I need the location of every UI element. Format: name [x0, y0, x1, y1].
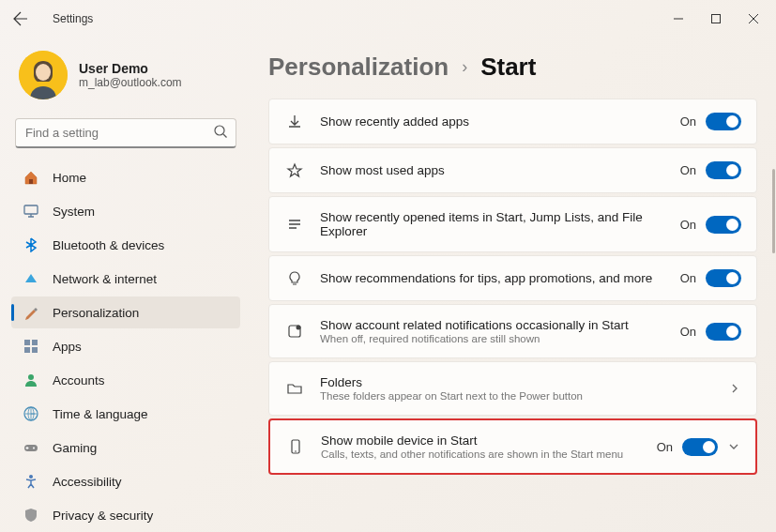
breadcrumb: Personalization › Start — [268, 53, 757, 82]
toggle-switch[interactable] — [706, 113, 741, 130]
mobile-icon — [285, 438, 306, 455]
setting-subtitle: Calls, texts, and other notifications ar… — [321, 448, 642, 460]
close-icon — [749, 14, 758, 23]
setting-subtitle: When off, required notifications are sti… — [320, 333, 665, 344]
setting-recent-items[interactable]: Show recently opened items in Start, Jum… — [268, 196, 757, 252]
folder-icon — [284, 380, 305, 397]
svg-rect-4 — [29, 179, 33, 184]
setting-title: Show most used apps — [320, 163, 665, 177]
svg-rect-7 — [32, 340, 38, 345]
app-title: Settings — [53, 12, 93, 25]
list-icon — [284, 216, 305, 233]
user-name: User Demo — [79, 61, 182, 76]
nav-item-privacy[interactable]: Privacy & security — [11, 499, 240, 531]
nav-item-personalization[interactable]: Personalization — [11, 296, 240, 328]
notification-icon — [284, 323, 305, 340]
nav-label: Privacy & security — [53, 509, 153, 523]
system-icon — [23, 203, 39, 220]
chevron-right-icon: › — [462, 57, 467, 77]
svg-rect-9 — [32, 347, 38, 353]
nav-label: Apps — [53, 340, 82, 354]
user-profile[interactable]: User Demo m_lab@outlook.com — [11, 45, 240, 113]
svg-point-2 — [36, 64, 51, 81]
svg-rect-5 — [24, 205, 38, 214]
toggle-switch[interactable] — [706, 269, 741, 287]
nav-label: Gaming — [53, 441, 97, 455]
nav-label: Network & internet — [53, 272, 157, 286]
titlebar: Settings — [0, 0, 776, 38]
toggle-state: On — [680, 163, 696, 177]
star-icon — [284, 162, 305, 179]
svg-point-10 — [28, 374, 34, 380]
toggle-switch[interactable] — [706, 323, 741, 341]
nav-item-bluetooth[interactable]: Bluetooth & devices — [11, 229, 240, 261]
breadcrumb-parent[interactable]: Personalization — [268, 53, 449, 82]
setting-recommendations[interactable]: Show recommendations for tips, app promo… — [268, 255, 757, 301]
time-icon — [23, 405, 39, 422]
toggle-switch[interactable] — [682, 438, 718, 456]
nav-label: Home — [53, 171, 86, 185]
setting-mobile-device[interactable]: Show mobile device in Start Calls, texts… — [268, 418, 757, 475]
content-area: Personalization › Start Show recently ad… — [251, 38, 776, 532]
svg-point-15 — [29, 475, 33, 479]
setting-title: Show recently opened items in Start, Jum… — [320, 210, 665, 238]
setting-account-notif[interactable]: Show account related notifications occas… — [268, 304, 757, 358]
nav-label: Accounts — [53, 373, 105, 388]
nav-item-gaming[interactable]: Gaming — [11, 432, 240, 464]
nav-item-accessibility[interactable]: Accessibility — [11, 465, 240, 497]
close-button[interactable] — [735, 4, 772, 34]
breadcrumb-current: Start — [480, 53, 536, 82]
minimize-icon — [674, 14, 683, 23]
toggle-switch[interactable] — [706, 161, 741, 179]
setting-title: Show recently added apps — [320, 114, 665, 129]
back-button[interactable] — [4, 2, 38, 36]
chevron-right-icon — [728, 383, 741, 394]
setting-recent-apps[interactable]: Show recently added apps On — [268, 99, 757, 144]
svg-rect-8 — [24, 347, 30, 353]
toggle-state: On — [680, 325, 696, 339]
gaming-icon — [23, 439, 39, 456]
svg-rect-6 — [24, 340, 30, 345]
nav-label: Personalization — [53, 306, 139, 320]
toggle-state: On — [657, 440, 673, 454]
nav-item-apps[interactable]: Apps — [11, 330, 240, 362]
setting-title: Show recommendations for tips, app promo… — [320, 271, 665, 285]
nav-label: Time & language — [53, 407, 148, 421]
nav-item-network[interactable]: Network & internet — [11, 263, 240, 295]
setting-title: Show account related notifications occas… — [320, 318, 665, 332]
maximize-icon — [711, 14, 721, 23]
apps-icon — [23, 338, 39, 355]
setting-folders[interactable]: Folders These folders appear on Start ne… — [268, 361, 757, 416]
svg-point-3 — [215, 126, 224, 135]
download-icon — [284, 114, 305, 130]
nav-item-time-language[interactable]: Time & language — [11, 398, 240, 430]
toggle-switch[interactable] — [706, 216, 741, 234]
personalization-icon — [23, 304, 39, 321]
lightbulb-icon — [284, 270, 305, 287]
setting-most-used[interactable]: Show most used apps On — [268, 147, 757, 193]
search-input[interactable] — [15, 118, 236, 148]
nav-item-home[interactable]: Home — [11, 161, 240, 193]
avatar — [19, 51, 68, 99]
scrollbar-thumb[interactable] — [772, 169, 775, 253]
svg-rect-0 — [712, 15, 721, 23]
nav-item-accounts[interactable]: Accounts — [11, 364, 240, 396]
nav-label: System — [53, 205, 95, 219]
bluetooth-icon — [23, 236, 39, 253]
search-icon — [214, 125, 227, 142]
toggle-state: On — [680, 218, 696, 232]
toggle-state: On — [680, 114, 696, 129]
chevron-down-icon[interactable] — [727, 442, 740, 451]
toggle-state: On — [680, 271, 696, 285]
shield-icon — [23, 507, 39, 524]
svg-point-17 — [297, 326, 301, 330]
nav-item-system[interactable]: System — [11, 195, 240, 227]
home-icon — [23, 169, 39, 186]
accessibility-icon — [23, 473, 39, 490]
nav-list: Home System Bluetooth & devices Network … — [11, 161, 240, 531]
maximize-button[interactable] — [697, 4, 735, 34]
user-email: m_lab@outlook.com — [79, 76, 182, 89]
minimize-button[interactable] — [660, 4, 697, 34]
network-icon — [23, 270, 39, 287]
arrow-left-icon — [13, 11, 28, 26]
